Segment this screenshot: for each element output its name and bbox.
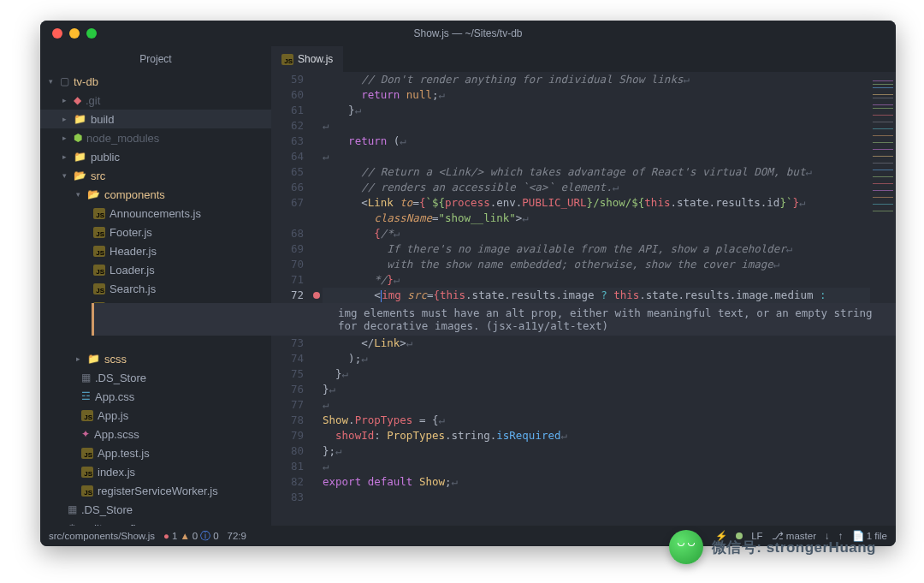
lint-message: img elements must have an alt prop, eith… [333, 306, 896, 332]
js-file-icon: JS [81, 485, 93, 497]
js-file-icon: JS [81, 410, 93, 421]
status-file-path[interactable]: src/components/Show.js [49, 531, 155, 541]
tree-build[interactable]: ▸📁build [40, 110, 271, 128]
line-number-gutter[interactable]: 5960616263646566676869707172 73747576777… [271, 72, 311, 526]
js-file-icon: JS [81, 467, 93, 478]
tree-node-modules[interactable]: ▸⬢node_modules [40, 128, 271, 147]
chevron-right-icon: ▸ [59, 96, 69, 104]
chevron-right-icon: ▸ [59, 115, 69, 123]
js-file-icon: JS [93, 265, 105, 276]
minimap[interactable] [870, 72, 896, 526]
status-cursor-position[interactable]: 72:9 [228, 531, 246, 541]
tree-file[interactable]: JSindex.js [40, 462, 271, 481]
editor-window: Show.js — ~/Sites/tv-db Project JS Show.… [40, 21, 896, 546]
database-icon: ▦ [81, 372, 91, 384]
tree-label: tv-db [74, 75, 98, 88]
window-body: ▾ ▢ tv-db ▸◆.git ▸📁build ▸⬢node_modules … [40, 72, 896, 526]
chevron-right-icon: ▸ [59, 134, 69, 142]
tree-file[interactable]: ▦.DS_Store [40, 368, 271, 387]
wechat-icon [669, 530, 703, 564]
breakpoint-gutter[interactable] [311, 72, 323, 526]
lint-tooltip: img elements must have an alt prop, eith… [92, 303, 896, 336]
folder-icon: 📁 [74, 151, 86, 163]
tree-root[interactable]: ▾ ▢ tv-db [40, 72, 271, 91]
tree-file[interactable]: JSApp.js [40, 406, 271, 425]
folder-open-icon: 📂 [74, 170, 86, 181]
tree-file[interactable]: JSSearch.js [40, 279, 271, 298]
tree-file[interactable]: JSAnnouncements.js [40, 204, 271, 223]
gear-icon: ⚙ [68, 522, 77, 526]
code-editor[interactable]: 5960616263646566676869707172 73747576777… [271, 72, 896, 526]
folder-open-icon: 📂 [87, 188, 100, 200]
watermark: 微信号: strongerHuang [669, 530, 876, 564]
zoom-icon[interactable] [86, 28, 97, 39]
tree-public[interactable]: ▸📁public [40, 147, 271, 166]
tree-components[interactable]: ▾📂components [40, 185, 271, 204]
title-bar[interactable]: Show.js — ~/Sites/tv-db [40, 21, 896, 46]
chevron-right-icon: ▸ [73, 354, 83, 363]
window-title: Show.js — ~/Sites/tv-db [40, 27, 896, 39]
js-file-icon: JS [93, 208, 105, 219]
minimize-icon[interactable] [69, 28, 80, 39]
tree-scss[interactable]: ▸📁scss [40, 349, 271, 368]
close-icon[interactable] [52, 28, 62, 39]
tree-file[interactable]: ▦.DS_Store [40, 500, 271, 519]
window-controls [40, 28, 97, 39]
chevron-down-icon: ▾ [73, 190, 83, 199]
info-icon: ⓘ [200, 530, 210, 543]
lint-severity-bar [92, 303, 94, 336]
chevron-down-icon: ▾ [59, 171, 69, 180]
project-tree[interactable]: ▾ ▢ tv-db ▸◆.git ▸📁build ▸⬢node_modules … [40, 72, 271, 526]
tree-file[interactable]: ☲App.css [40, 387, 271, 406]
tab-label: Show.js [298, 53, 333, 65]
code-area[interactable]: // Don't render anything for individual … [323, 72, 870, 526]
js-file-icon: JS [93, 283, 105, 294]
tree-src[interactable]: ▾📂src [40, 166, 271, 185]
editor-tab-strip: JS Show.js [271, 46, 896, 72]
watermark-text: 微信号: strongerHuang [712, 538, 876, 557]
error-icon: ● [163, 531, 169, 541]
folder-icon: 📁 [87, 353, 100, 365]
tree-file[interactable]: JSFooter.js [40, 223, 271, 241]
js-file-icon: JS [93, 246, 105, 257]
js-file-icon: JS [81, 448, 93, 459]
tab-bar: Project JS Show.js [40, 46, 896, 72]
chevron-right-icon: ▸ [59, 152, 69, 161]
repo-icon: ▢ [60, 75, 69, 87]
tab-show-js[interactable]: JS Show.js [271, 46, 343, 72]
chevron-down-icon: ▾ [45, 77, 56, 86]
css-file-icon: ☲ [81, 390, 91, 402]
node-icon: ⬢ [74, 132, 82, 144]
scss-file-icon: ✦ [81, 428, 90, 440]
warning-icon: ▲ [180, 531, 189, 541]
tree-file[interactable]: JSLoader.js [40, 260, 271, 279]
tree-file[interactable]: ✦App.scss [40, 425, 271, 443]
tree-git[interactable]: ▸◆.git [40, 91, 271, 110]
js-file-icon: JS [281, 54, 293, 65]
tree-file[interactable]: ⚙.editorconfig [40, 519, 271, 526]
status-diagnostics[interactable]: ●1 ▲0 ⓘ0 [163, 530, 219, 543]
tree-file[interactable]: JSApp.test.js [40, 443, 271, 462]
tree-file[interactable]: JSHeader.js [40, 241, 271, 260]
database-icon: ▦ [68, 503, 77, 515]
project-pane-header[interactable]: Project [40, 46, 271, 72]
git-icon: ◆ [74, 94, 81, 106]
js-file-icon: JS [93, 227, 105, 238]
folder-icon: 📁 [74, 113, 86, 125]
breakpoint-icon[interactable] [313, 292, 320, 299]
tree-file[interactable]: JSregisterServiceWorker.js [40, 481, 271, 500]
